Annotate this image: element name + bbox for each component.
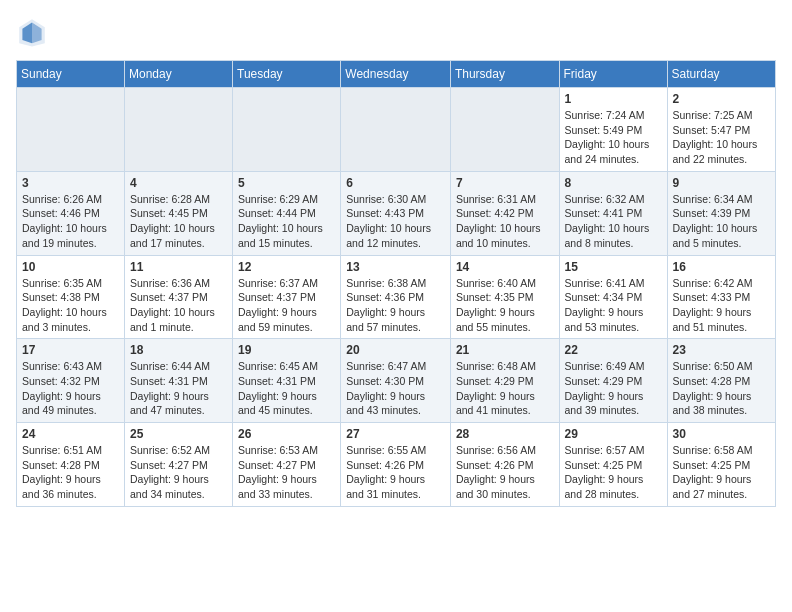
day-number: 10 xyxy=(22,260,119,274)
calendar-week-row: 1Sunrise: 7:24 AM Sunset: 5:49 PM Daylig… xyxy=(17,88,776,172)
day-number: 11 xyxy=(130,260,227,274)
calendar-cell: 15Sunrise: 6:41 AM Sunset: 4:34 PM Dayli… xyxy=(559,255,667,339)
calendar-cell: 3Sunrise: 6:26 AM Sunset: 4:46 PM Daylig… xyxy=(17,171,125,255)
calendar-cell: 11Sunrise: 6:36 AM Sunset: 4:37 PM Dayli… xyxy=(125,255,233,339)
day-number: 24 xyxy=(22,427,119,441)
calendar-cell: 1Sunrise: 7:24 AM Sunset: 5:49 PM Daylig… xyxy=(559,88,667,172)
day-info: Sunrise: 6:40 AM Sunset: 4:35 PM Dayligh… xyxy=(456,276,554,335)
calendar-cell xyxy=(450,88,559,172)
day-info: Sunrise: 6:48 AM Sunset: 4:29 PM Dayligh… xyxy=(456,359,554,418)
day-number: 2 xyxy=(673,92,770,106)
day-number: 15 xyxy=(565,260,662,274)
calendar-week-row: 24Sunrise: 6:51 AM Sunset: 4:28 PM Dayli… xyxy=(17,423,776,507)
logo xyxy=(16,16,52,48)
day-info: Sunrise: 6:26 AM Sunset: 4:46 PM Dayligh… xyxy=(22,192,119,251)
day-number: 7 xyxy=(456,176,554,190)
day-info: Sunrise: 6:32 AM Sunset: 4:41 PM Dayligh… xyxy=(565,192,662,251)
calendar-cell xyxy=(341,88,451,172)
day-number: 9 xyxy=(673,176,770,190)
calendar-week-row: 17Sunrise: 6:43 AM Sunset: 4:32 PM Dayli… xyxy=(17,339,776,423)
day-info: Sunrise: 6:50 AM Sunset: 4:28 PM Dayligh… xyxy=(673,359,770,418)
day-number: 14 xyxy=(456,260,554,274)
day-number: 1 xyxy=(565,92,662,106)
day-number: 20 xyxy=(346,343,445,357)
calendar-day-header: Tuesday xyxy=(233,61,341,88)
day-number: 4 xyxy=(130,176,227,190)
day-number: 13 xyxy=(346,260,445,274)
day-info: Sunrise: 6:37 AM Sunset: 4:37 PM Dayligh… xyxy=(238,276,335,335)
day-number: 27 xyxy=(346,427,445,441)
calendar-cell: 12Sunrise: 6:37 AM Sunset: 4:37 PM Dayli… xyxy=(233,255,341,339)
calendar-day-header: Wednesday xyxy=(341,61,451,88)
calendar-week-row: 10Sunrise: 6:35 AM Sunset: 4:38 PM Dayli… xyxy=(17,255,776,339)
day-info: Sunrise: 6:56 AM Sunset: 4:26 PM Dayligh… xyxy=(456,443,554,502)
logo-icon xyxy=(16,16,48,48)
day-info: Sunrise: 6:43 AM Sunset: 4:32 PM Dayligh… xyxy=(22,359,119,418)
calendar-day-header: Thursday xyxy=(450,61,559,88)
calendar-cell: 17Sunrise: 6:43 AM Sunset: 4:32 PM Dayli… xyxy=(17,339,125,423)
day-info: Sunrise: 6:34 AM Sunset: 4:39 PM Dayligh… xyxy=(673,192,770,251)
day-number: 23 xyxy=(673,343,770,357)
calendar-cell: 10Sunrise: 6:35 AM Sunset: 4:38 PM Dayli… xyxy=(17,255,125,339)
day-info: Sunrise: 6:47 AM Sunset: 4:30 PM Dayligh… xyxy=(346,359,445,418)
day-number: 29 xyxy=(565,427,662,441)
day-info: Sunrise: 6:36 AM Sunset: 4:37 PM Dayligh… xyxy=(130,276,227,335)
day-number: 28 xyxy=(456,427,554,441)
calendar-cell: 7Sunrise: 6:31 AM Sunset: 4:42 PM Daylig… xyxy=(450,171,559,255)
calendar-day-header: Saturday xyxy=(667,61,775,88)
calendar-cell: 2Sunrise: 7:25 AM Sunset: 5:47 PM Daylig… xyxy=(667,88,775,172)
day-info: Sunrise: 6:57 AM Sunset: 4:25 PM Dayligh… xyxy=(565,443,662,502)
calendar-cell: 13Sunrise: 6:38 AM Sunset: 4:36 PM Dayli… xyxy=(341,255,451,339)
day-info: Sunrise: 6:30 AM Sunset: 4:43 PM Dayligh… xyxy=(346,192,445,251)
day-info: Sunrise: 7:24 AM Sunset: 5:49 PM Dayligh… xyxy=(565,108,662,167)
calendar-cell: 22Sunrise: 6:49 AM Sunset: 4:29 PM Dayli… xyxy=(559,339,667,423)
day-info: Sunrise: 6:51 AM Sunset: 4:28 PM Dayligh… xyxy=(22,443,119,502)
calendar-cell xyxy=(233,88,341,172)
day-info: Sunrise: 6:31 AM Sunset: 4:42 PM Dayligh… xyxy=(456,192,554,251)
calendar-week-row: 3Sunrise: 6:26 AM Sunset: 4:46 PM Daylig… xyxy=(17,171,776,255)
day-info: Sunrise: 6:44 AM Sunset: 4:31 PM Dayligh… xyxy=(130,359,227,418)
day-info: Sunrise: 6:55 AM Sunset: 4:26 PM Dayligh… xyxy=(346,443,445,502)
day-info: Sunrise: 6:52 AM Sunset: 4:27 PM Dayligh… xyxy=(130,443,227,502)
day-info: Sunrise: 6:38 AM Sunset: 4:36 PM Dayligh… xyxy=(346,276,445,335)
day-number: 3 xyxy=(22,176,119,190)
calendar-cell: 21Sunrise: 6:48 AM Sunset: 4:29 PM Dayli… xyxy=(450,339,559,423)
calendar-cell: 30Sunrise: 6:58 AM Sunset: 4:25 PM Dayli… xyxy=(667,423,775,507)
calendar-cell: 25Sunrise: 6:52 AM Sunset: 4:27 PM Dayli… xyxy=(125,423,233,507)
calendar-cell xyxy=(125,88,233,172)
calendar-cell: 16Sunrise: 6:42 AM Sunset: 4:33 PM Dayli… xyxy=(667,255,775,339)
calendar-cell: 5Sunrise: 6:29 AM Sunset: 4:44 PM Daylig… xyxy=(233,171,341,255)
calendar-day-header: Sunday xyxy=(17,61,125,88)
calendar-header-row: SundayMondayTuesdayWednesdayThursdayFrid… xyxy=(17,61,776,88)
calendar-cell: 4Sunrise: 6:28 AM Sunset: 4:45 PM Daylig… xyxy=(125,171,233,255)
day-number: 22 xyxy=(565,343,662,357)
calendar-cell: 23Sunrise: 6:50 AM Sunset: 4:28 PM Dayli… xyxy=(667,339,775,423)
calendar-cell: 6Sunrise: 6:30 AM Sunset: 4:43 PM Daylig… xyxy=(341,171,451,255)
calendar-cell: 24Sunrise: 6:51 AM Sunset: 4:28 PM Dayli… xyxy=(17,423,125,507)
calendar-cell: 9Sunrise: 6:34 AM Sunset: 4:39 PM Daylig… xyxy=(667,171,775,255)
day-info: Sunrise: 6:35 AM Sunset: 4:38 PM Dayligh… xyxy=(22,276,119,335)
day-number: 16 xyxy=(673,260,770,274)
calendar-cell xyxy=(17,88,125,172)
day-number: 8 xyxy=(565,176,662,190)
day-number: 6 xyxy=(346,176,445,190)
calendar-cell: 28Sunrise: 6:56 AM Sunset: 4:26 PM Dayli… xyxy=(450,423,559,507)
calendar-cell: 8Sunrise: 6:32 AM Sunset: 4:41 PM Daylig… xyxy=(559,171,667,255)
calendar-cell: 20Sunrise: 6:47 AM Sunset: 4:30 PM Dayli… xyxy=(341,339,451,423)
day-number: 25 xyxy=(130,427,227,441)
day-info: Sunrise: 6:53 AM Sunset: 4:27 PM Dayligh… xyxy=(238,443,335,502)
day-number: 17 xyxy=(22,343,119,357)
day-info: Sunrise: 6:41 AM Sunset: 4:34 PM Dayligh… xyxy=(565,276,662,335)
calendar-table: SundayMondayTuesdayWednesdayThursdayFrid… xyxy=(16,60,776,507)
calendar-cell: 29Sunrise: 6:57 AM Sunset: 4:25 PM Dayli… xyxy=(559,423,667,507)
day-number: 26 xyxy=(238,427,335,441)
day-number: 12 xyxy=(238,260,335,274)
day-number: 21 xyxy=(456,343,554,357)
calendar-cell: 26Sunrise: 6:53 AM Sunset: 4:27 PM Dayli… xyxy=(233,423,341,507)
calendar-cell: 18Sunrise: 6:44 AM Sunset: 4:31 PM Dayli… xyxy=(125,339,233,423)
day-info: Sunrise: 6:45 AM Sunset: 4:31 PM Dayligh… xyxy=(238,359,335,418)
day-info: Sunrise: 6:42 AM Sunset: 4:33 PM Dayligh… xyxy=(673,276,770,335)
day-number: 30 xyxy=(673,427,770,441)
day-info: Sunrise: 6:28 AM Sunset: 4:45 PM Dayligh… xyxy=(130,192,227,251)
day-number: 5 xyxy=(238,176,335,190)
